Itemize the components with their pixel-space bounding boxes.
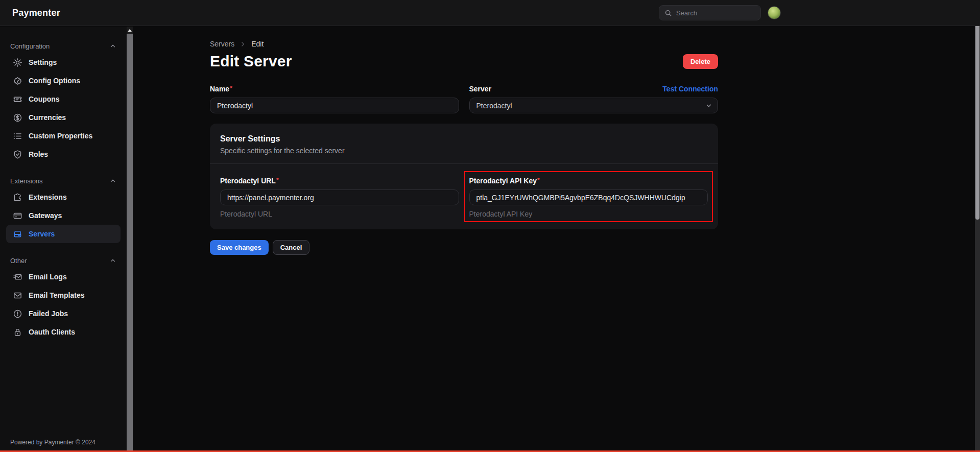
sidebar-item-roles[interactable]: Roles <box>6 145 121 163</box>
name-field-group: Name* <box>210 84 459 113</box>
cog-icon <box>12 76 22 86</box>
cancel-button[interactable]: Cancel <box>273 240 310 255</box>
name-input[interactable] <box>210 98 459 113</box>
pterodactyl-url-helper: Pterodactyl URL <box>220 210 459 218</box>
server-field-group: Server Test Connection Pterodactyl <box>469 84 719 113</box>
required-asterisk: * <box>276 177 279 184</box>
required-asterisk: * <box>230 85 232 92</box>
window-scrollbar-thumb[interactable] <box>975 1 979 220</box>
card-subtitle: Specific settings for the selected serve… <box>220 147 708 155</box>
server-label: Server <box>469 85 492 93</box>
sidebar-scrollbar-thumb[interactable] <box>127 34 133 450</box>
pterodactyl-api-key-input[interactable] <box>469 189 708 205</box>
lock-icon <box>12 327 22 337</box>
sidebar-item-currencies[interactable]: Currencies <box>6 108 121 127</box>
avatar[interactable] <box>768 6 781 19</box>
pterodactyl-url-input[interactable] <box>220 189 459 205</box>
sidebar-item-extensions[interactable]: Extensions <box>6 188 121 206</box>
search-icon <box>664 9 672 17</box>
breadcrumb-servers[interactable]: Servers <box>210 40 234 48</box>
delete-button[interactable]: Delete <box>683 54 718 69</box>
sidebar-item-servers[interactable]: Servers <box>6 225 121 243</box>
currency-dollar-icon <box>12 112 22 123</box>
app-logo[interactable]: Paymenter <box>12 8 60 18</box>
chevron-right-icon <box>240 41 246 47</box>
name-label: Name* <box>210 85 232 93</box>
sidebar: Configuration Settings Config Options <box>0 27 127 450</box>
chevron-up-icon <box>109 257 116 264</box>
pterodactyl-url-label: Pterodactyl URL* <box>220 177 279 185</box>
server-icon <box>12 229 22 239</box>
gear-icon <box>12 57 22 67</box>
search-input[interactable] <box>676 9 755 17</box>
server-select-value: Pterodactyl <box>476 102 512 110</box>
envelope-lines-icon <box>12 272 22 282</box>
pterodactyl-url-group: Pterodactyl URL* Pterodactyl URL <box>220 176 459 218</box>
server-select[interactable]: Pterodactyl <box>469 98 719 113</box>
ticket-icon <box>12 94 22 104</box>
scroll-up-button[interactable] <box>127 27 133 34</box>
card-title: Server Settings <box>220 134 708 144</box>
chevron-up-icon <box>109 42 116 50</box>
chevron-down-icon <box>705 102 712 109</box>
pterodactyl-api-key-group: Pterodactyl API Key* Pterodactyl API Key <box>469 176 708 218</box>
sidebar-item-oauth-clients[interactable]: Oauth Clients <box>6 323 121 341</box>
shield-check-icon <box>12 149 22 159</box>
sidebar-section-other[interactable]: Other <box>6 253 121 268</box>
test-connection-link[interactable]: Test Connection <box>662 85 718 93</box>
triangle-up-icon <box>128 29 132 32</box>
sidebar-item-email-logs[interactable]: Email Logs <box>6 268 121 286</box>
chevron-up-icon <box>109 177 116 184</box>
sidebar-item-email-templates[interactable]: Email Templates <box>6 286 121 304</box>
window-scrollbar[interactable] <box>975 0 980 452</box>
sidebar-section-extensions[interactable]: Extensions <box>6 174 121 188</box>
pterodactyl-api-key-label: Pterodactyl API Key* <box>469 177 540 185</box>
puzzle-icon <box>12 192 22 202</box>
page-title: Edit Server <box>210 53 292 70</box>
topbar: Paymenter <box>0 0 980 26</box>
sidebar-item-failed-jobs[interactable]: Failed Jobs <box>6 304 121 323</box>
server-settings-card: Server Settings Specific settings for th… <box>210 124 718 229</box>
credit-card-icon <box>12 210 22 221</box>
save-changes-button[interactable]: Save changes <box>210 240 269 255</box>
sidebar-section-configuration[interactable]: Configuration <box>6 39 121 53</box>
required-asterisk: * <box>537 177 540 184</box>
breadcrumb-edit: Edit <box>251 40 264 48</box>
main-panel: Servers Edit Edit Server Delete Name* Se… <box>133 27 975 450</box>
list-icon <box>12 131 22 141</box>
exclamation-circle-icon <box>12 308 22 319</box>
pterodactyl-api-key-helper: Pterodactyl API Key <box>469 210 708 218</box>
sidebar-item-config-options[interactable]: Config Options <box>6 72 121 90</box>
sidebar-item-gateways[interactable]: Gateways <box>6 206 121 225</box>
sidebar-scrollbar[interactable] <box>127 27 133 450</box>
sidebar-item-coupons[interactable]: Coupons <box>6 90 121 108</box>
sidebar-item-settings[interactable]: Settings <box>6 53 121 72</box>
envelope-icon <box>12 290 22 300</box>
search-box[interactable] <box>659 5 761 20</box>
sidebar-item-custom-properties[interactable]: Custom Properties <box>6 127 121 145</box>
powered-by-text: Powered by Paymenter © 2024 <box>10 439 95 446</box>
breadcrumb: Servers Edit <box>210 40 718 48</box>
